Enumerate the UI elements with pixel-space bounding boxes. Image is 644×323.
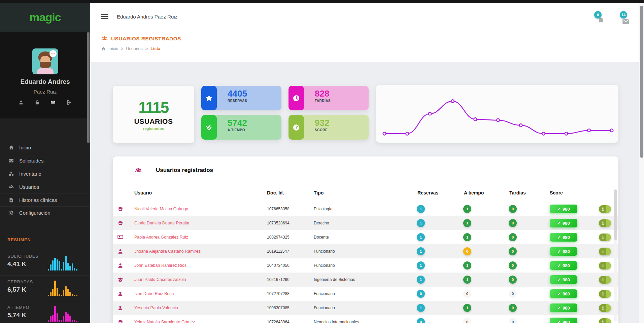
sidebar-item-configuración[interactable]: Configuración — [0, 206, 90, 219]
a-tiempo-badge: 0 — [463, 318, 471, 323]
a-tiempo-badge: 1 — [463, 233, 471, 241]
person-icon — [117, 305, 124, 311]
logo-area[interactable]: magic — [0, 3, 90, 32]
tipo-cell: Docente — [314, 230, 329, 244]
person-icon — [117, 248, 124, 255]
sidebar-scrollbar[interactable] — [87, 32, 90, 143]
user-name-link[interactable]: Yeimy Natalia Sarmiento Gómez — [134, 320, 195, 323]
spark-bar-chart — [48, 280, 77, 296]
file-medical-icon — [8, 197, 14, 203]
gauge-icon — [289, 115, 304, 140]
info-button[interactable]: i — [599, 248, 611, 255]
tardias-badge: 0 — [509, 219, 517, 227]
menu-icon[interactable] — [101, 14, 108, 19]
reservas-badge: 1 — [417, 233, 425, 241]
info-button[interactable]: i — [599, 262, 611, 270]
check-icon: ✓ — [557, 277, 561, 282]
score-button[interactable]: ✓980 — [550, 289, 577, 298]
column-a-tiempo: A tiempo — [464, 190, 484, 195]
user-name-link[interactable]: Yesenia Paola Valencia — [134, 306, 178, 310]
user-name-link[interactable]: Ivan Dario Ruiz Bosa — [134, 291, 174, 296]
user-name-link[interactable]: Paola Andrea Gonzalez Ruiz — [134, 235, 188, 240]
home-icon — [8, 145, 14, 150]
doc-id-cell: 1098307085 — [267, 301, 290, 315]
score-button[interactable]: ✓980 — [550, 275, 577, 284]
avatar-shirt — [37, 68, 54, 74]
tardias-badge: 0 — [509, 318, 517, 323]
score-button[interactable]: ✓980 — [550, 205, 577, 213]
data-point-marker — [451, 100, 454, 103]
users-icon — [135, 167, 142, 174]
score-button[interactable]: ✓980 — [550, 233, 577, 242]
users-icon — [8, 184, 14, 190]
sidebar-item-historias-clínicas[interactable]: Historias clínicas — [0, 193, 90, 206]
sidebar-item-usuarios[interactable]: Usuarios — [0, 180, 90, 193]
usuarios-total-sublabel: registrados — [143, 127, 164, 131]
usuarios-total-label: USUARIOS — [134, 117, 173, 125]
usuarios-table-card: Usuarios registrados Usuario Doc. Id. Ti… — [113, 156, 618, 323]
mail-icon[interactable] — [621, 17, 630, 27]
score-button[interactable]: ✓980 — [550, 303, 577, 312]
sidebar-nav-label: Configuración — [19, 210, 50, 216]
graduate-icon — [117, 206, 124, 212]
logout-icon[interactable] — [66, 100, 72, 105]
info-button[interactable]: i — [599, 276, 611, 284]
usuarios-total-card: 1115 USUARIOS registrados — [113, 86, 194, 143]
user-name-link[interactable]: Jhoana Alejandra Castaño Ramirez — [134, 249, 201, 254]
reservas-badge: 1 — [417, 276, 425, 284]
tardias-badge: 0 — [509, 276, 517, 284]
breadcrumb-usuarios[interactable]: Usuarios — [126, 46, 143, 51]
sidebar-nav-label: Inventario — [19, 171, 41, 177]
a-tiempo-badge: 1 — [463, 304, 471, 312]
tardias-card: 828 TARDÍAS — [289, 86, 369, 110]
user-name-link[interactable]: John Esteban Ramirez Rios — [134, 263, 187, 268]
sidebar-item-inicio[interactable]: Inicio — [0, 141, 90, 154]
check-icon: ✓ — [557, 263, 561, 268]
user-name-link[interactable]: Nicoll Valeria Molina Quiroga — [134, 207, 188, 211]
info-button[interactable]: i — [599, 219, 611, 227]
table-header: Usuarios registrados — [113, 156, 618, 186]
profile-first-name: Eduardo Andres — [0, 78, 90, 85]
score-button[interactable]: ✓980 — [550, 219, 577, 227]
user-name-link[interactable]: Juan Pablo Caceres Anzola — [134, 277, 186, 282]
table-body: Nicoll Valeria Molina Quiroga 1076653358… — [113, 202, 618, 323]
doc-id-cell: 1082974325 — [267, 230, 290, 244]
breadcrumb: Inicio > Usuarios > Lista — [101, 46, 160, 51]
score-label: SCORE — [315, 128, 369, 132]
tardias-badge: 0 — [509, 205, 517, 213]
activity-line-chart — [376, 85, 618, 143]
resumen-stat-row: A TIEMPO 5,74 K — [0, 301, 90, 323]
breadcrumb-inicio[interactable]: Inicio — [108, 46, 118, 51]
magic-logo: magic — [29, 11, 61, 24]
tardias-badge: 0 — [509, 261, 517, 270]
info-button[interactable]: i — [599, 318, 611, 323]
score-button[interactable]: ✓980 — [550, 318, 577, 323]
table-row: Paola Andrea Gonzalez Ruiz 1082974325 Do… — [113, 230, 618, 244]
inbox-icon — [8, 158, 14, 164]
score-button[interactable]: ✓980 — [550, 247, 577, 256]
profile-last-name: Paez Ruiz — [0, 89, 90, 95]
reservas-badge: 1 — [417, 219, 425, 227]
lock-icon[interactable] — [34, 100, 40, 105]
info-button[interactable]: i — [599, 304, 611, 312]
score-button[interactable]: ✓980 — [550, 261, 577, 270]
info-button[interactable]: i — [599, 234, 611, 241]
sidebar-item-inventario[interactable]: Inventario — [0, 167, 90, 180]
data-point-marker — [474, 118, 477, 121]
mail-badge: 14 — [620, 11, 627, 19]
info-button[interactable]: i — [599, 205, 611, 213]
info-button[interactable]: i — [599, 290, 611, 298]
data-point-marker — [542, 132, 545, 135]
breadcrumb-separator: > — [121, 46, 123, 51]
table-scrollbar[interactable] — [614, 189, 617, 321]
a-tiempo-badge: 1 — [463, 219, 471, 227]
page-scrollbar[interactable] — [639, 3, 644, 323]
user-icon[interactable] — [18, 100, 24, 105]
user-name-link[interactable]: Gloria Daniela Duarte Peralta — [134, 221, 189, 225]
column-doc-id: Doc. Id. — [267, 190, 284, 195]
tardias-label: TARDÍAS — [315, 99, 369, 103]
tipo-cell: Psicología — [314, 202, 332, 216]
sidebar-item-solicitudes[interactable]: Solicitudes — [0, 154, 90, 167]
check-icon: ✓ — [557, 207, 561, 212]
mail-icon[interactable] — [50, 100, 56, 105]
